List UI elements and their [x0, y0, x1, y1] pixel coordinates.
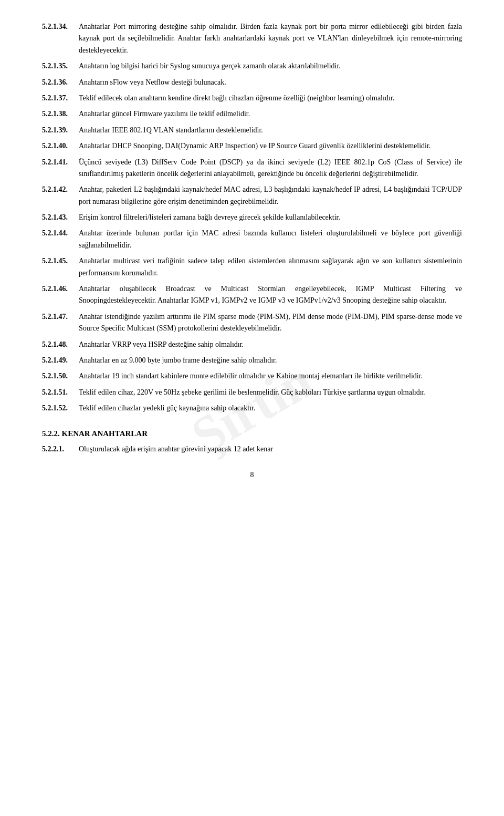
item-number: 5.2.1.49. — [42, 355, 79, 366]
item-text: Anahtarlar güncel Firmware yazılımı ile … — [79, 108, 462, 120]
item-text: Anahtarın sFlow veya Netflow desteği bul… — [79, 77, 462, 88]
list-item: 5.2.1.45. Anahtarlar multicast veri traf… — [42, 255, 462, 279]
item-text: Anahtarlar multicast veri trafiğinin sad… — [79, 255, 462, 279]
list-item: 5.2.1.52. Teklif edilen cihazlar yedekli… — [42, 402, 462, 414]
item-number: 5.2.1.40. — [42, 140, 79, 152]
item-text: Erişim kontrol filtreleri/listeleri zama… — [79, 212, 462, 223]
page-number: 8 — [42, 471, 462, 479]
list-item: 5.2.1.46. Anahtarlar oluşabilecek Broadc… — [42, 283, 462, 307]
main-content: 5.2.1.34. Anahtarlar Port mirroring dest… — [42, 21, 462, 455]
item-text: Üçüncü seviyede (L3) DiffServ Code Point… — [79, 157, 462, 180]
list-item: 5.2.1.40. Anahtarlar DHCP Snooping, DAI(… — [42, 140, 462, 152]
item-text: Anahtarlar Port mirroring desteğine sahi… — [79, 21, 462, 56]
item-number: 5.2.1.37. — [42, 92, 79, 104]
item-text: Teklif edilen cihazlar yedekli güç kayna… — [79, 402, 462, 414]
item-number: 5.2.2.1. — [42, 443, 79, 455]
item-text: Anahtar üzerinde bulunan portlar için MA… — [79, 228, 462, 251]
section-522-heading: 5.2.2. KENAR ANAHTARLAR — [42, 429, 462, 438]
item-number: 5.2.1.44. — [42, 228, 79, 239]
list-item: 5.2.1.44. Anahtar üzerinde bulunan portl… — [42, 228, 462, 251]
list-item: 5.2.2.1. Oluşturulacak ağda erişim anaht… — [42, 443, 462, 455]
list-item: 5.2.1.50. Anahtarlar 19 inch standart ka… — [42, 370, 462, 382]
item-number: 5.2.1.42. — [42, 184, 79, 195]
list-item: 5.2.1.39. Anahtarlar IEEE 802.1Q VLAN st… — [42, 125, 462, 136]
list-item: 5.2.1.42. Anahtar, paketleri L2 başlığın… — [42, 184, 462, 208]
item-text: Anahtar, paketleri L2 başlığındaki kayna… — [79, 184, 462, 208]
list-item: 5.2.1.41. Üçüncü seviyede (L3) DiffServ … — [42, 157, 462, 180]
list-item: 5.2.1.34. Anahtarlar Port mirroring dest… — [42, 21, 462, 56]
item-text: Anahtarlar DHCP Snooping, DAI(Dynamic AR… — [79, 140, 462, 152]
section-522-heading-text: 5.2.2. KENAR ANAHTARLAR — [42, 429, 148, 438]
item-text: Anahtarlar IEEE 802.1Q VLAN standartları… — [79, 125, 462, 136]
item-number: 5.2.1.45. — [42, 255, 79, 267]
item-number: 5.2.1.39. — [42, 125, 79, 136]
item-number: 5.2.1.48. — [42, 339, 79, 350]
item-text: Anahtarlar oluşabilecek Broadcast ve Mul… — [79, 283, 462, 307]
item-number: 5.2.1.47. — [42, 311, 79, 323]
list-item: 5.2.1.38. Anahtarlar güncel Firmware yaz… — [42, 108, 462, 120]
item-number: 5.2.1.36. — [42, 77, 79, 88]
item-text: Oluşturulacak ağda erişim anahtar görevi… — [79, 443, 462, 455]
list-item: 5.2.1.47. Anahtar istendiğinde yazılım a… — [42, 311, 462, 335]
item-number: 5.2.1.41. — [42, 157, 79, 168]
item-text: Anahtarlar VRRP veya HSRP desteğine sahi… — [79, 339, 462, 350]
list-item: 5.2.1.43. Erişim kontrol filtreleri/list… — [42, 212, 462, 223]
item-text: Teklif edilecek olan anahtarın kendine d… — [79, 92, 462, 104]
item-number: 5.2.1.46. — [42, 283, 79, 295]
page: Şirtin 5.2.1.34. Anahtarlar Port mirrori… — [0, 0, 504, 816]
item-text: Teklif edilen cihaz, 220V ve 50Hz şebeke… — [79, 387, 462, 398]
item-number: 5.2.1.34. — [42, 21, 79, 33]
item-number: 5.2.1.38. — [42, 108, 79, 120]
item-number: 5.2.1.35. — [42, 60, 79, 72]
list-item: 5.2.1.48. Anahtarlar VRRP veya HSRP dest… — [42, 339, 462, 350]
item-number: 5.2.1.43. — [42, 212, 79, 223]
item-number: 5.2.1.52. — [42, 402, 79, 414]
item-number: 5.2.1.50. — [42, 370, 79, 382]
item-text: Anahtarlar 19 inch standart kabinlere mo… — [79, 370, 462, 382]
list-item: 5.2.1.51. Teklif edilen cihaz, 220V ve 5… — [42, 387, 462, 398]
list-item: 5.2.1.36. Anahtarın sFlow veya Netflow d… — [42, 77, 462, 88]
list-item: 5.2.1.37. Teklif edilecek olan anahtarın… — [42, 92, 462, 104]
item-text: Anahtar istendiğinde yazılım arttırımı i… — [79, 311, 462, 335]
list-item: 5.2.1.35. Anahtarın log bilgisi harici b… — [42, 60, 462, 72]
list-item: 5.2.1.49. Anahtarlar en az 9.000 byte ju… — [42, 355, 462, 366]
item-text: Anahtarın log bilgisi harici bir Syslog … — [79, 60, 462, 72]
item-text: Anahtarlar en az 9.000 byte jumbo frame … — [79, 355, 462, 366]
item-number: 5.2.1.51. — [42, 387, 79, 398]
